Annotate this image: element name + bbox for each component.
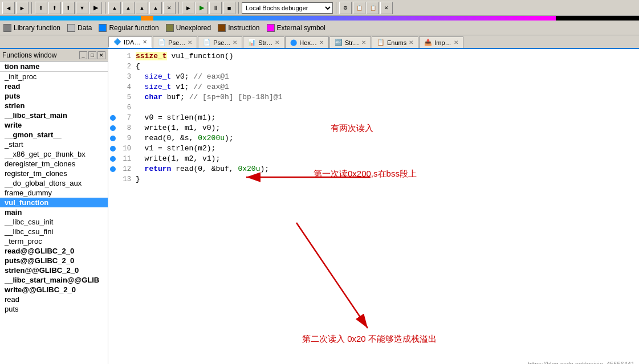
breakpoint-7: [110, 115, 116, 121]
debugger-select[interactable]: Local Bochs debuggerLocal Bochs debugger: [242, 2, 333, 14]
sidebar-item-puts2[interactable]: puts: [0, 304, 108, 314]
sidebar-item-frame-dummy[interactable]: frame_dummy: [0, 188, 108, 198]
breakpoint-10: [110, 146, 116, 152]
tab-enums-close[interactable]: ✕: [409, 39, 413, 46]
sidebar-restore-btn[interactable]: □: [88, 51, 96, 59]
tab-str2-close[interactable]: ✕: [361, 39, 366, 46]
toolbar-play-btn[interactable]: ▶: [196, 2, 208, 14]
tab-str2[interactable]: 🔤 Str… ✕: [329, 36, 371, 48]
sidebar-header: Functions window _ □ ✕: [0, 49, 108, 62]
legend-regular-label: Regular function: [109, 24, 158, 32]
sidebar-item-csu-init[interactable]: __libc_csu_init: [0, 217, 108, 227]
line-code-7: v0 = strlen(m1);: [136, 113, 639, 123]
toolbar-btn-3[interactable]: ⬆: [62, 2, 75, 14]
toolbar-btn-10[interactable]: ✕: [163, 2, 176, 14]
sidebar-scroll[interactable]: tion name _init_proc read puts strlen __…: [0, 62, 108, 364]
sidebar-item-read2[interactable]: read: [0, 295, 108, 304]
code-line-11: 11 write(1, m2, v1);: [108, 154, 639, 164]
toolbar-extra-btn[interactable]: ⚙: [339, 2, 352, 14]
tab-pse1-close[interactable]: ✕: [188, 39, 192, 46]
tab-ida[interactable]: 🔷 IDA… ✕: [108, 36, 152, 48]
code-line-7: 7 v0 = strlen(m1);: [108, 113, 639, 123]
sidebar-item-vul-function[interactable]: vul_function: [0, 198, 108, 207]
sidebar-item-read[interactable]: read: [0, 81, 108, 91]
sidebar-item-strlen-glibc[interactable]: strlen@@GLIBC_2_0: [0, 265, 108, 275]
legend-instruction: Instruction: [218, 24, 259, 32]
sidebar-close-btn[interactable]: ✕: [97, 51, 105, 59]
sidebar-item-get-pc[interactable]: __x86_get_pc_thunk_bx: [0, 149, 108, 159]
toolbar-pause-btn[interactable]: ⏸: [209, 2, 222, 14]
code-line-2: 2 {: [108, 62, 639, 72]
sidebar: Functions window _ □ ✕ tion name _init_p…: [0, 49, 108, 364]
tab-imp[interactable]: 📥 Imp… ✕: [419, 36, 463, 48]
tab-imp-close[interactable]: ✕: [454, 39, 458, 46]
code-area[interactable]: 1 ssize_t vul_function() 2 { 3 size_t v0…: [108, 49, 639, 364]
sidebar-item-read-glibc[interactable]: read@@GLIBC_2_0: [0, 246, 108, 256]
tab-hex[interactable]: ⬤ Hex… ✕: [285, 36, 329, 48]
line-num-11: 11: [117, 154, 136, 164]
legend-data: Data: [67, 24, 92, 32]
tab-hex-close[interactable]: ✕: [319, 39, 324, 46]
tab-str1[interactable]: 📊 Str… ✕: [243, 36, 284, 48]
toolbar-back-btn[interactable]: ◄: [2, 2, 15, 14]
sidebar-item-libc-start[interactable]: __libc_start_main: [0, 111, 108, 120]
sidebar-item-col-header[interactable]: tion name: [0, 62, 108, 72]
tab-str1-close[interactable]: ✕: [275, 39, 279, 46]
code-line-3: 3 size_t v0; // eax@1: [108, 72, 639, 82]
svg-line-3: [296, 223, 368, 328]
sidebar-minimize-btn[interactable]: _: [79, 51, 87, 59]
toolbar-btn-1[interactable]: ⬆: [35, 2, 47, 14]
tab-pse2[interactable]: 📄 Pse… ✕: [198, 36, 242, 48]
legend-unexplored-label: Unexplored: [176, 24, 211, 32]
watermark: https://blog.csdn.net/weixin_45556441: [528, 361, 634, 364]
sidebar-item-puts[interactable]: puts: [0, 91, 108, 101]
tab-ida-close[interactable]: ✕: [143, 39, 147, 45]
toolbar-btn-4[interactable]: ▼: [76, 2, 88, 14]
toolbar-btn-9[interactable]: ▲: [149, 2, 162, 14]
toolbar-btn-11[interactable]: ▶: [182, 2, 194, 14]
line-num-12: 12: [117, 164, 136, 174]
sidebar-item-do-global[interactable]: __do_global_dtors_aux: [0, 178, 108, 188]
line-num-6: 6: [117, 103, 136, 113]
sidebar-item-init-proc[interactable]: _init_proc: [0, 72, 108, 81]
sidebar-item-csu-fini[interactable]: __libc_csu_fini: [0, 227, 108, 236]
sidebar-item-strlen[interactable]: strlen: [0, 101, 108, 111]
tab-enums-icon: 📋: [377, 39, 385, 46]
toolbar-close-btn[interactable]: ✕: [380, 2, 393, 14]
sidebar-item-start[interactable]: _start: [0, 140, 108, 149]
tab-pse1-label: Pse…: [168, 39, 185, 46]
sidebar-item-gmon[interactable]: __gmon_start__: [0, 130, 108, 140]
legend-data-label: Data: [78, 24, 92, 32]
sidebar-item-term-proc[interactable]: _term_proc: [0, 236, 108, 246]
tab-enums[interactable]: 📋 Enums ✕: [372, 36, 418, 48]
tab-hex-label: Hex…: [299, 39, 317, 46]
sidebar-item-libc-glibc[interactable]: __libc_start_main@@GLIB: [0, 275, 108, 285]
sidebar-item-deregister[interactable]: deregister_tm_clones: [0, 159, 108, 169]
tab-pse2-close[interactable]: ✕: [233, 39, 237, 46]
toolbar-btn-8[interactable]: ▲: [136, 2, 148, 14]
code-line-10: 10 v1 = strlen(m2);: [108, 144, 639, 154]
sidebar-item-write-glibc[interactable]: write@@GLIBC_2_0: [0, 285, 108, 295]
sidebar-item-main[interactable]: main: [0, 207, 108, 217]
toolbar-btn-7[interactable]: ▲: [122, 2, 135, 14]
line-dot-7: [108, 115, 117, 121]
tab-pse2-icon: 📄: [203, 39, 211, 46]
sidebar-item-register[interactable]: register_tm_clones: [0, 169, 108, 178]
tab-pse1-icon: 📄: [158, 39, 166, 46]
toolbar-btn-6[interactable]: ▲: [108, 2, 121, 14]
toolbar-extra-btn3[interactable]: 📋: [367, 2, 379, 14]
tab-pse1[interactable]: 📄 Pse… ✕: [153, 36, 197, 48]
tab-str1-icon: 📊: [248, 39, 256, 46]
toolbar: ◄ ► ⬆ ⬆ ⬆ ▼ ▶ ▲ ▲ ▲ ▲ ✕ ▶ ▶ ⏸ ■ Local Bo…: [0, 0, 639, 16]
tab-pse2-label: Pse…: [213, 39, 230, 46]
toolbar-btn-2[interactable]: ⬆: [48, 2, 61, 14]
toolbar-fwd-btn[interactable]: ►: [16, 2, 29, 14]
sidebar-item-puts-glibc[interactable]: puts@@GLIBC_2_0: [0, 256, 108, 265]
sidebar-item-write[interactable]: write: [0, 120, 108, 130]
tab-hex-icon: ⬤: [290, 39, 297, 46]
line-num-8: 8: [117, 123, 136, 133]
toolbar-stop-btn[interactable]: ■: [223, 2, 235, 14]
line-num-1: 1: [117, 51, 136, 62]
toolbar-extra-btn2[interactable]: 📋: [353, 2, 365, 14]
toolbar-btn-5[interactable]: ▶: [89, 2, 102, 14]
